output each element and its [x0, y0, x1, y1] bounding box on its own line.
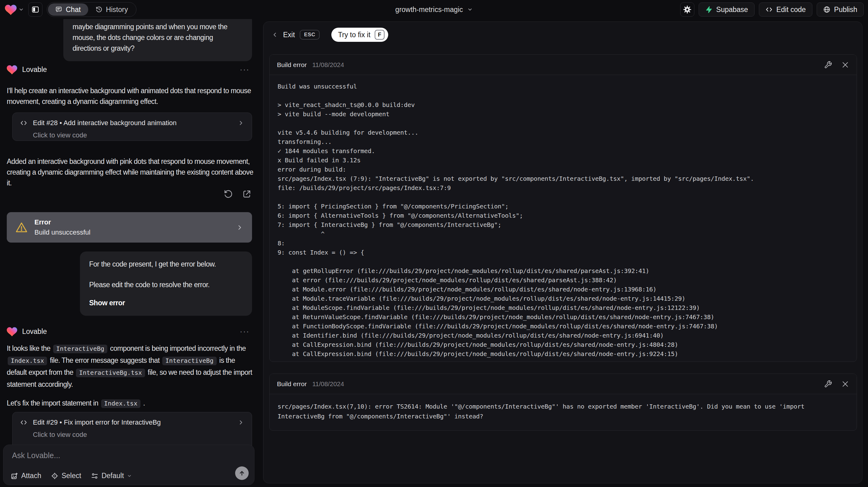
assistant-text: It looks like the InteractiveBg componen…	[7, 342, 256, 390]
assistant-header: Lovable ···	[7, 327, 250, 336]
lovable-logo-menu[interactable]	[5, 4, 24, 15]
build-error-panel-1: Build error 11/08/2024 Build was unsucce…	[269, 54, 857, 362]
sidebar-panel-icon	[31, 5, 39, 13]
mode-selector[interactable]: Default	[91, 471, 132, 480]
message-actions	[223, 189, 252, 199]
project-name: growth-metrics-magic	[395, 5, 463, 14]
topbar: Chat History growth-metrics-magic	[0, 0, 868, 19]
edit-card-title: Edit #28 • Add interactive background an…	[33, 119, 177, 127]
chevron-down-icon	[127, 474, 132, 478]
gear-icon	[683, 5, 691, 14]
select-label: Select	[61, 471, 81, 480]
supabase-label: Supabase	[716, 5, 748, 14]
user-message-text: For the code present, I get the error be…	[89, 259, 243, 270]
chat-bubble-icon	[55, 6, 62, 13]
panel-title: Build error	[277, 380, 307, 388]
mode-label: Default	[101, 471, 124, 480]
edit-card-28[interactable]: Edit #28 • Add interactive background an…	[12, 113, 252, 141]
edit-card-29[interactable]: Edit #29 • Fix import error for Interact…	[12, 412, 252, 446]
tab-chat[interactable]: Chat	[48, 3, 88, 16]
publish-button[interactable]: Publish	[817, 2, 864, 17]
open-external-icon[interactable]	[242, 189, 252, 199]
chevron-right-icon	[236, 224, 243, 231]
lovable-heart-logo-icon	[5, 4, 17, 15]
show-error-link[interactable]: Show error	[89, 298, 243, 308]
exit-button[interactable]: Exit ESC	[271, 30, 320, 40]
assistant-name: Lovable	[22, 65, 47, 74]
edit-card-subtitle: Click to view code	[33, 431, 244, 439]
code-brackets-icon	[20, 419, 27, 426]
try-to-fix-button[interactable]: Try to fix it F	[331, 28, 388, 42]
user-message: maybe diagramming points and when you mo…	[63, 19, 252, 61]
assistant-text: I'll help create an interactive backgrou…	[7, 86, 256, 107]
wrench-icon[interactable]	[824, 61, 832, 69]
code-brackets-icon	[20, 119, 27, 127]
chevron-right-icon	[238, 419, 244, 426]
panel-title: Build error	[277, 61, 307, 68]
tab-chat-label: Chat	[66, 5, 81, 14]
tab-history[interactable]: History	[88, 3, 135, 16]
code-brackets-icon	[765, 6, 773, 13]
chat-composer: Attach Select Default	[3, 445, 254, 485]
crosshair-icon	[51, 472, 58, 480]
panel-date: 11/08/2024	[312, 380, 344, 388]
message-menu-button[interactable]: ···	[240, 327, 250, 336]
edit-code-label: Edit code	[776, 5, 806, 14]
history-icon	[96, 6, 102, 13]
wrench-icon[interactable]	[824, 380, 832, 388]
sidebar-toggle-button[interactable]	[28, 2, 42, 17]
build-error-panel-2: Build error 11/08/2024 src/pages/Index.t…	[269, 373, 857, 431]
lovable-heart-icon	[7, 65, 17, 74]
assistant-text: Let's fix the import statement in Index.…	[7, 397, 256, 409]
chevron-down-icon	[467, 7, 473, 12]
tab-history-label: History	[106, 5, 128, 14]
error-overlay-panel: Exit ESC Try to fix it F Build error 11/…	[263, 22, 863, 483]
attach-label: Attach	[21, 471, 41, 480]
build-error-card[interactable]: Error Build unsuccessful	[7, 212, 252, 243]
edit-card-title: Edit #29 • Fix import error for Interact…	[33, 419, 161, 426]
chevron-down-icon	[19, 7, 24, 12]
close-icon[interactable]	[841, 61, 849, 69]
user-message: For the code present, I get the error be…	[80, 251, 252, 316]
edit-code-button[interactable]: Edit code	[759, 2, 812, 17]
warning-triangle-icon	[16, 221, 28, 234]
project-switcher[interactable]: growth-metrics-magic	[395, 0, 473, 19]
assistant-text: Added an interactive background with pin…	[7, 156, 256, 188]
select-button[interactable]: Select	[51, 471, 81, 480]
chevron-right-icon	[238, 120, 244, 126]
build-log: src/pages/Index.tsx(7,10): error TS2614:…	[270, 394, 857, 428]
supabase-button[interactable]: Supabase	[699, 2, 754, 17]
f-key-badge: F	[375, 30, 384, 40]
assistant-name: Lovable	[22, 328, 47, 336]
user-message-text: Please edit the code to resolve the erro…	[89, 279, 243, 290]
build-log: Build was unsuccessful > vite_react_shad…	[270, 75, 857, 362]
lovable-app: Chat History growth-metrics-magic	[0, 0, 868, 487]
settings-button[interactable]	[680, 2, 694, 17]
globe-icon	[823, 6, 831, 13]
try-to-fix-label: Try to fix it	[338, 31, 370, 39]
chat-history-tabs: Chat History	[47, 2, 136, 17]
error-card-subtitle: Build unsuccessful	[34, 229, 90, 237]
restore-icon[interactable]	[223, 189, 234, 199]
image-plus-icon	[11, 472, 18, 480]
edit-card-subtitle: Click to view code	[33, 131, 244, 139]
sliders-icon	[91, 472, 98, 480]
lovable-heart-icon	[7, 327, 17, 336]
user-message-text: maybe diagramming points and when you mo…	[72, 23, 227, 52]
panel-date: 11/08/2024	[312, 61, 344, 68]
send-button[interactable]	[235, 466, 249, 480]
attach-button[interactable]: Attach	[11, 471, 41, 480]
error-card-title: Error	[34, 218, 90, 226]
esc-key-badge: ESC	[300, 30, 319, 40]
message-menu-button[interactable]: ···	[240, 65, 250, 74]
supabase-bolt-icon	[705, 6, 712, 13]
publish-label: Publish	[834, 5, 857, 14]
assistant-header: Lovable ···	[7, 65, 250, 74]
chevron-left-icon	[271, 31, 278, 38]
chat-panel: maybe diagramming points and when you mo…	[0, 19, 257, 487]
chat-input[interactable]	[12, 451, 246, 464]
exit-label: Exit	[283, 31, 295, 39]
close-icon[interactable]	[841, 380, 849, 388]
arrow-up-icon	[238, 469, 246, 477]
